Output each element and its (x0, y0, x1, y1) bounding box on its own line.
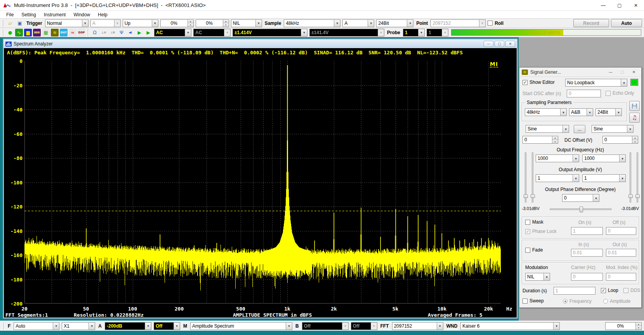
a-shift-select[interactable]: Off (154, 322, 180, 330)
chevron-down-icon[interactable] (286, 323, 292, 330)
chevron-down-icon[interactable] (619, 175, 625, 182)
probe-a-select[interactable]: 1 (403, 29, 425, 36)
chevron-down-icon[interactable] (185, 29, 191, 36)
menu-instrument[interactable]: Instrument (40, 11, 70, 18)
zeroing-a-icon[interactable]: ⊥A (100, 29, 108, 36)
save-icon[interactable]: ▣ (16, 19, 24, 27)
fft-size-select[interactable]: 2097152 (392, 322, 443, 330)
trigger-delay-spin[interactable]: 0% (196, 19, 229, 27)
close-icon[interactable]: ✕ (505, 41, 515, 47)
loopback-select[interactable]: No Loopback (565, 79, 627, 87)
amplitude-a-select[interactable]: 1 (536, 174, 579, 182)
chevron-down-icon[interactable] (174, 323, 180, 330)
generator-rate-select[interactable]: 48kHz (525, 108, 567, 116)
open-icon[interactable]: ▱ (6, 19, 14, 27)
ddp-viewer-icon[interactable]: DDP (78, 29, 85, 36)
maximize-icon[interactable]: ▢ (611, 0, 628, 10)
trigger-edge-select[interactable]: Up (123, 19, 158, 27)
amplitude-b-select[interactable]: 1 (582, 174, 626, 182)
sweep-checkbox[interactable] (522, 299, 528, 304)
play-icon[interactable]: ▶ (135, 29, 143, 36)
oscilloscope-icon[interactable]: ∿ (15, 29, 23, 36)
close-icon[interactable]: ✕ (628, 0, 644, 10)
minimize-icon[interactable]: — (595, 0, 611, 10)
coupling-a-select[interactable]: AC (154, 29, 191, 36)
more-waveforms-button[interactable]: ... (574, 125, 585, 133)
spin-down-icon[interactable] (552, 140, 558, 144)
amplitude-b-fine-slider[interactable] (637, 152, 638, 203)
mask-checkbox[interactable] (525, 220, 530, 225)
spin-up-icon[interactable] (632, 136, 638, 140)
modulation-type-select[interactable]: NIL (525, 273, 550, 281)
trigger-hpf-select[interactable]: NIL (231, 19, 262, 27)
calibration-icon[interactable]: Ω (91, 29, 99, 36)
sound-output-icon[interactable]: ◀) (127, 29, 134, 36)
zeroing-b-icon[interactable]: ⊥B (109, 29, 116, 36)
maximize-icon[interactable]: ▢ (495, 41, 504, 47)
probe-icon[interactable]: Ψ (118, 29, 125, 36)
signal-generator-titlebar[interactable]: ≋ Signal Gener... — ▢ ✕ (519, 68, 641, 77)
dut-icon[interactable]: DUT (60, 29, 68, 36)
toolbar-grip[interactable] (2, 323, 3, 330)
chevron-down-icon[interactable] (89, 323, 95, 330)
chevron-down-icon[interactable] (334, 20, 340, 27)
multimeter-icon[interactable]: 888 (33, 29, 41, 36)
generator-bits-select[interactable]: 24Bit (595, 108, 622, 116)
menu-help[interactable]: Help (94, 11, 111, 18)
chevron-down-icon[interactable] (560, 109, 566, 116)
music-notes-icon[interactable]: ♫ (629, 113, 640, 123)
fade-checkbox[interactable] (525, 248, 530, 253)
spin-down-icon[interactable] (632, 140, 638, 144)
chevron-down-icon[interactable] (615, 109, 621, 116)
play-loop-icon[interactable]: ▶ (144, 29, 152, 36)
spin-down-icon[interactable] (636, 326, 641, 330)
menu-window[interactable]: Window (69, 11, 94, 18)
chevron-down-icon[interactable] (368, 20, 374, 27)
spin-down-icon[interactable] (223, 23, 229, 27)
chevron-down-icon[interactable] (145, 323, 151, 330)
show-editor-checkbox[interactable] (522, 80, 528, 85)
sample-channel-select[interactable]: A (342, 19, 374, 27)
x-zoom-select[interactable]: X1 (62, 322, 95, 330)
chevron-down-icon[interactable] (543, 273, 550, 280)
frequency-a-select[interactable]: 1000 (536, 154, 579, 162)
frequency-b-select[interactable]: 1000 (582, 154, 626, 162)
trigger-level-spin[interactable]: 0% (160, 19, 194, 27)
sample-bits-select[interactable]: 24Bit (376, 19, 413, 27)
spectrum-3d-plot-icon[interactable]: ▦ (42, 29, 50, 36)
trigger-mode-select[interactable]: Normal (45, 19, 89, 27)
spectrum-plot-canvas[interactable] (24, 61, 501, 304)
menu-file[interactable]: File (2, 11, 17, 18)
spectrum-mode-select[interactable]: Amplitude Spectrum (190, 322, 292, 330)
chevron-down-icon[interactable] (627, 125, 633, 132)
waveform-a-select[interactable]: Sine (526, 125, 569, 133)
spin-up-icon[interactable] (223, 20, 229, 24)
window-function-select[interactable]: Kaiser 6 (460, 322, 560, 330)
dc-offset-a-spin[interactable]: 0 (522, 136, 558, 144)
signal-generator-icon[interactable]: ≋ (51, 29, 59, 36)
amplitude-b-coarse-slider[interactable] (630, 152, 631, 203)
chevron-down-icon[interactable] (621, 79, 627, 86)
spin-up-icon[interactable] (552, 136, 558, 140)
chevron-down-icon[interactable] (437, 323, 443, 330)
chevron-down-icon[interactable] (593, 194, 599, 201)
maximize-icon[interactable]: ▢ (617, 69, 627, 76)
chevron-down-icon[interactable] (573, 155, 579, 162)
generator-run-button[interactable] (630, 79, 638, 86)
save-waveform-button[interactable] (629, 101, 640, 111)
chevron-down-icon[interactable] (562, 125, 569, 132)
frequency-range-select[interactable]: Auto (14, 322, 59, 330)
roll-checkbox[interactable] (488, 21, 493, 26)
chevron-down-icon[interactable] (53, 323, 59, 330)
chevron-down-icon[interactable] (587, 109, 593, 116)
chevron-down-icon[interactable] (407, 20, 413, 27)
toolbar-grip[interactable] (2, 20, 3, 27)
a-range-select[interactable]: -200dB (105, 322, 151, 330)
minimize-icon[interactable]: — (484, 41, 493, 47)
auto-button[interactable]: Auto (611, 19, 642, 27)
spin-down-icon[interactable] (188, 23, 193, 27)
spin-up-icon[interactable] (636, 323, 641, 326)
sample-rate-select[interactable]: 48kHz (284, 19, 340, 27)
loop-checkbox[interactable] (601, 288, 606, 293)
toolbar-grip[interactable] (2, 29, 3, 36)
